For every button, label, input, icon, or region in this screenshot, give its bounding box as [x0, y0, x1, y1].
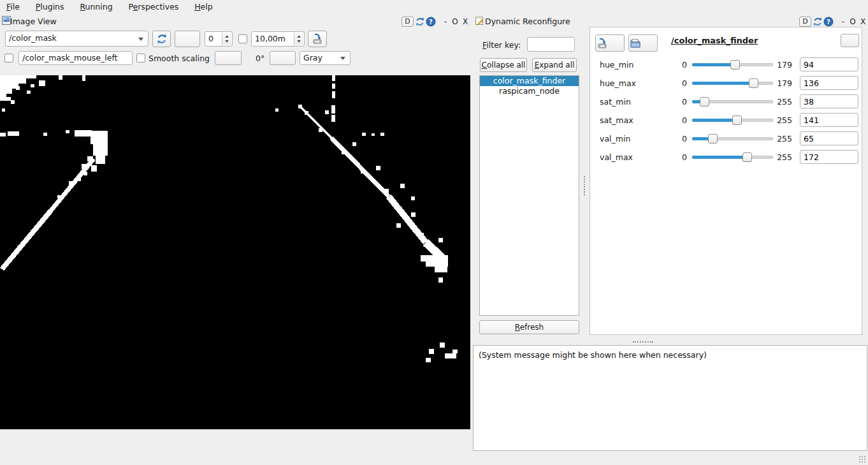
topic-combobox[interactable]: /color_mask [5, 31, 148, 47]
smooth-scaling-checkbox[interactable] [136, 54, 145, 63]
minimize-button[interactable]: - [442, 17, 449, 27]
parameter-slider[interactable] [692, 148, 773, 166]
parameter-value-input[interactable] [800, 113, 858, 127]
spinbox-arrows[interactable] [294, 33, 303, 45]
reload-plugin-icon[interactable] [415, 17, 425, 27]
dynamic-reconfigure-titlebar: Dynamic Reconfigure D ? - O X [475, 15, 868, 28]
help-icon[interactable]: ? [823, 17, 834, 27]
spin-up-icon[interactable] [297, 35, 301, 38]
close-node-panel-button[interactable] [841, 34, 859, 47]
slider-groove[interactable] [692, 82, 773, 85]
slider-fill [692, 82, 753, 85]
slider-groove[interactable] [692, 137, 773, 140]
parameter-row: sat_max 0 255 [590, 111, 863, 129]
close-button[interactable]: X [461, 17, 469, 27]
dock-button[interactable]: D [401, 17, 414, 27]
menu-file[interactable]: File [3, 0, 24, 13]
parameter-max-label: 179 [765, 74, 792, 92]
refresh-nodes-button[interactable]: Refresh [479, 320, 579, 334]
parameter-slider[interactable] [692, 111, 773, 129]
parameter-min-label: 0 [672, 55, 687, 74]
parameter-name-label: val_max [600, 148, 633, 166]
parameter-name-label: val_min [600, 129, 630, 148]
chevron-down-icon [340, 57, 345, 60]
parameter-max-label: 255 [765, 92, 792, 111]
slider-fill [692, 119, 737, 122]
parameter-min-label: 0 [672, 129, 687, 148]
parameter-value-input[interactable] [800, 131, 858, 145]
slider-handle[interactable] [700, 97, 709, 107]
menu-plugins[interactable]: Plugins [32, 0, 68, 13]
parameter-panel: /color_mask_finder hue_min 0 179 hue_max… [590, 27, 862, 335]
spinbox-arrows[interactable] [222, 33, 231, 45]
slider-fill [692, 156, 747, 159]
parameter-row: hue_max 0 179 [590, 74, 863, 92]
system-message-area[interactable]: (System message might be shown here when… [473, 345, 867, 451]
slider-handle[interactable] [708, 134, 718, 144]
rotation-label: 0° [256, 54, 264, 63]
parameter-value-input[interactable] [800, 94, 858, 108]
parameter-max-label: 179 [765, 55, 792, 74]
image-canvas[interactable] [0, 75, 470, 429]
parameter-name-label: hue_min [600, 55, 633, 74]
spin-up-icon[interactable] [225, 35, 229, 38]
color-scheme-combobox[interactable]: Gray [300, 51, 351, 65]
restore-button[interactable]: O [451, 17, 459, 27]
vertical-splitter-handle[interactable] [584, 176, 585, 195]
filter-key-input[interactable] [527, 37, 575, 52]
parameter-value-input[interactable] [800, 76, 858, 90]
parameter-value-input[interactable] [800, 150, 858, 164]
max-range-spinbox[interactable]: 10,00m [251, 31, 305, 47]
zoom-1-1-button[interactable] [175, 31, 200, 47]
publish-mouse-checkbox[interactable] [4, 54, 13, 63]
minimize-button[interactable]: - [839, 17, 847, 27]
parameter-row: val_max 0 255 [590, 148, 863, 166]
gridlines-spinbox[interactable]: 0 [205, 31, 233, 47]
svg-text:?: ? [827, 18, 830, 26]
close-button[interactable]: X [859, 17, 867, 27]
slider-groove[interactable] [692, 156, 773, 159]
restore-button[interactable]: O [849, 17, 857, 27]
parameter-slider[interactable] [692, 129, 773, 148]
menu-bar: File Plugins Running Perspectives Help [0, 0, 868, 13]
help-icon[interactable]: ? [426, 17, 436, 27]
spin-down-icon[interactable] [225, 40, 229, 43]
resize-grip[interactable] [858, 455, 866, 463]
parameter-slider[interactable] [692, 74, 773, 92]
dynamic-reconfigure-title: Dynamic Reconfigure [485, 17, 570, 26]
dock-button[interactable]: D [799, 17, 811, 27]
slider-handle[interactable] [749, 78, 758, 88]
expand-all-button[interactable]: Expand all [532, 58, 577, 72]
mouse-topic-field[interactable]: /color_mask_mouse_left [18, 51, 133, 65]
spin-down-icon[interactable] [297, 40, 301, 43]
parameter-row: val_min 0 255 [590, 129, 863, 148]
node-list-item[interactable]: color_mask_finder [480, 76, 579, 86]
collapse-all-button[interactable]: Collapse all [480, 58, 527, 72]
reload-plugin-icon[interactable] [813, 17, 823, 27]
parameter-rows: hue_min 0 179 hue_max 0 179 sat_min 0 25… [590, 55, 863, 166]
rotate-right-button[interactable] [270, 51, 296, 65]
svg-text:?: ? [429, 18, 433, 26]
slider-handle[interactable] [732, 115, 742, 125]
menu-running[interactable]: Running [76, 0, 116, 13]
slider-handle[interactable] [742, 152, 752, 162]
parameter-min-label: 0 [672, 111, 687, 129]
save-parameters-button[interactable] [595, 34, 625, 52]
refresh-topics-button[interactable] [152, 31, 171, 47]
slider-handle[interactable] [730, 60, 740, 70]
parameter-value-input[interactable] [800, 57, 858, 71]
dynamic-range-checkbox[interactable] [238, 34, 247, 43]
node-list-item[interactable]: raspicam_node [480, 86, 579, 96]
parameter-slider[interactable] [692, 55, 773, 74]
parameter-slider[interactable] [692, 92, 773, 111]
horizontal-splitter-handle[interactable] [633, 341, 653, 343]
menu-help[interactable]: Help [191, 0, 217, 13]
rotate-left-button[interactable] [215, 51, 242, 65]
save-image-button[interactable] [308, 31, 327, 47]
topic-combobox-value: /color_mask [6, 31, 148, 43]
node-list[interactable]: color_mask_finderraspicam_node [479, 75, 579, 316]
load-parameters-button[interactable] [628, 34, 658, 52]
parameter-name-label: sat_max [600, 111, 633, 129]
dynamic-reconfigure-icon [475, 16, 485, 26]
menu-perspectives[interactable]: Perspectives [124, 0, 182, 13]
